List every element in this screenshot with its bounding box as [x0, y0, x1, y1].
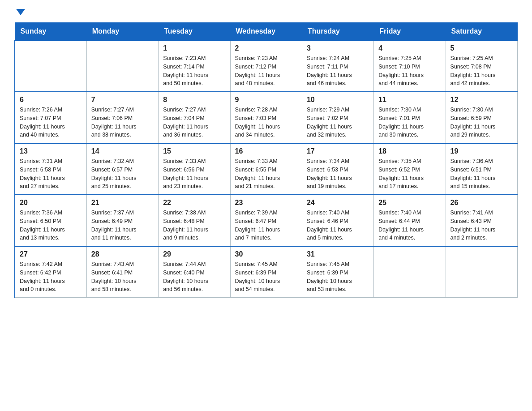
day-number: 28 — [91, 250, 154, 258]
header-sunday: Sunday — [15, 23, 86, 41]
day-info: Sunrise: 7:37 AMSunset: 6:49 PMDaylight:… — [91, 209, 154, 242]
calendar-cell: 11Sunrise: 7:30 AMSunset: 7:01 PMDayligh… — [374, 92, 446, 143]
calendar-cell: 7Sunrise: 7:27 AMSunset: 7:06 PMDaylight… — [86, 92, 158, 143]
day-info: Sunrise: 7:25 AMSunset: 7:08 PMDaylight:… — [450, 54, 513, 88]
day-info: Sunrise: 7:27 AMSunset: 7:06 PMDaylight:… — [91, 106, 154, 139]
calendar-cell: 29Sunrise: 7:44 AMSunset: 6:40 PMDayligh… — [159, 246, 230, 298]
day-number: 17 — [307, 147, 369, 155]
day-info: Sunrise: 7:26 AMSunset: 7:07 PMDaylight:… — [20, 106, 82, 139]
calendar-cell: 13Sunrise: 7:31 AMSunset: 6:58 PMDayligh… — [15, 143, 86, 195]
day-info: Sunrise: 7:30 AMSunset: 6:59 PMDaylight:… — [450, 106, 513, 139]
day-info: Sunrise: 7:36 AMSunset: 6:50 PMDaylight:… — [20, 209, 82, 242]
calendar-cell: 10Sunrise: 7:29 AMSunset: 7:02 PMDayligh… — [302, 92, 373, 143]
header-row: SundayMondayTuesdayWednesdayThursdayFrid… — [15, 23, 518, 41]
day-number: 23 — [235, 199, 297, 207]
day-info: Sunrise: 7:41 AMSunset: 6:43 PMDaylight:… — [450, 209, 513, 242]
day-number: 13 — [20, 147, 82, 155]
calendar-cell — [15, 40, 86, 92]
logo-arrow-icon — [16, 9, 25, 15]
day-number: 24 — [307, 199, 369, 207]
week-row-4: 20Sunrise: 7:36 AMSunset: 6:50 PMDayligh… — [15, 195, 518, 246]
day-info: Sunrise: 7:24 AMSunset: 7:11 PMDaylight:… — [307, 54, 369, 88]
header-thursday: Thursday — [302, 23, 373, 41]
calendar-cell: 14Sunrise: 7:32 AMSunset: 6:57 PMDayligh… — [86, 143, 158, 195]
calendar-cell — [446, 246, 517, 298]
day-info: Sunrise: 7:30 AMSunset: 7:01 PMDaylight:… — [378, 106, 441, 139]
day-number: 2 — [235, 44, 297, 52]
day-info: Sunrise: 7:33 AMSunset: 6:55 PMDaylight:… — [235, 157, 297, 191]
calendar-cell: 21Sunrise: 7:37 AMSunset: 6:49 PMDayligh… — [86, 195, 158, 246]
day-number: 27 — [20, 250, 82, 258]
day-number: 6 — [20, 96, 82, 104]
day-number: 25 — [378, 199, 441, 207]
day-info: Sunrise: 7:42 AMSunset: 6:42 PMDaylight:… — [20, 260, 82, 294]
calendar-cell: 9Sunrise: 7:28 AMSunset: 7:03 PMDaylight… — [230, 92, 302, 143]
calendar-cell: 23Sunrise: 7:39 AMSunset: 6:47 PMDayligh… — [230, 195, 302, 246]
day-info: Sunrise: 7:43 AMSunset: 6:41 PMDaylight:… — [91, 260, 154, 294]
calendar-cell: 12Sunrise: 7:30 AMSunset: 6:59 PMDayligh… — [446, 92, 517, 143]
day-info: Sunrise: 7:45 AMSunset: 6:39 PMDaylight:… — [235, 260, 297, 294]
day-number: 16 — [235, 147, 297, 155]
calendar-cell: 26Sunrise: 7:41 AMSunset: 6:43 PMDayligh… — [446, 195, 517, 246]
calendar-cell: 4Sunrise: 7:25 AMSunset: 7:10 PMDaylight… — [374, 40, 446, 92]
header-monday: Monday — [86, 23, 158, 41]
day-info: Sunrise: 7:34 AMSunset: 6:53 PMDaylight:… — [307, 157, 369, 191]
day-number: 20 — [20, 199, 82, 207]
calendar-cell: 30Sunrise: 7:45 AMSunset: 6:39 PMDayligh… — [230, 246, 302, 298]
calendar-cell: 25Sunrise: 7:40 AMSunset: 6:44 PMDayligh… — [374, 195, 446, 246]
calendar-table: SundayMondayTuesdayWednesdayThursdayFrid… — [14, 22, 518, 298]
day-info: Sunrise: 7:23 AMSunset: 7:12 PMDaylight:… — [235, 54, 297, 88]
day-info: Sunrise: 7:38 AMSunset: 6:48 PMDaylight:… — [163, 209, 225, 242]
day-info: Sunrise: 7:27 AMSunset: 7:04 PMDaylight:… — [163, 106, 225, 139]
day-number: 8 — [163, 96, 225, 104]
week-row-1: 1Sunrise: 7:23 AMSunset: 7:14 PMDaylight… — [15, 40, 518, 92]
day-info: Sunrise: 7:44 AMSunset: 6:40 PMDaylight:… — [163, 260, 225, 294]
week-row-2: 6Sunrise: 7:26 AMSunset: 7:07 PMDaylight… — [15, 92, 518, 143]
header-friday: Friday — [374, 23, 446, 41]
calendar-cell: 28Sunrise: 7:43 AMSunset: 6:41 PMDayligh… — [86, 246, 158, 298]
calendar-cell: 2Sunrise: 7:23 AMSunset: 7:12 PMDaylight… — [230, 40, 302, 92]
day-info: Sunrise: 7:28 AMSunset: 7:03 PMDaylight:… — [235, 106, 297, 139]
day-number: 31 — [307, 250, 369, 258]
calendar-cell: 22Sunrise: 7:38 AMSunset: 6:48 PMDayligh… — [159, 195, 230, 246]
calendar-cell: 20Sunrise: 7:36 AMSunset: 6:50 PMDayligh… — [15, 195, 86, 246]
calendar-cell: 6Sunrise: 7:26 AMSunset: 7:07 PMDaylight… — [15, 92, 86, 143]
calendar-cell — [86, 40, 158, 92]
day-number: 11 — [378, 96, 441, 104]
day-number: 22 — [163, 199, 225, 207]
day-number: 9 — [235, 96, 297, 104]
header-tuesday: Tuesday — [159, 23, 230, 41]
day-number: 3 — [307, 44, 369, 52]
day-number: 12 — [450, 96, 513, 104]
calendar-cell: 15Sunrise: 7:33 AMSunset: 6:56 PMDayligh… — [159, 143, 230, 195]
day-info: Sunrise: 7:39 AMSunset: 6:47 PMDaylight:… — [235, 209, 297, 242]
day-number: 18 — [378, 147, 441, 155]
day-number: 1 — [163, 44, 225, 52]
day-info: Sunrise: 7:25 AMSunset: 7:10 PMDaylight:… — [378, 54, 441, 88]
day-info: Sunrise: 7:33 AMSunset: 6:56 PMDaylight:… — [163, 157, 225, 191]
calendar-cell: 16Sunrise: 7:33 AMSunset: 6:55 PMDayligh… — [230, 143, 302, 195]
calendar-header: SundayMondayTuesdayWednesdayThursdayFrid… — [15, 23, 518, 41]
calendar-cell: 24Sunrise: 7:40 AMSunset: 6:46 PMDayligh… — [302, 195, 373, 246]
day-info: Sunrise: 7:32 AMSunset: 6:57 PMDaylight:… — [91, 157, 154, 191]
day-info: Sunrise: 7:40 AMSunset: 6:46 PMDaylight:… — [307, 209, 369, 242]
day-info: Sunrise: 7:23 AMSunset: 7:14 PMDaylight:… — [163, 54, 225, 88]
day-number: 30 — [235, 250, 297, 258]
calendar-cell: 19Sunrise: 7:36 AMSunset: 6:51 PMDayligh… — [446, 143, 517, 195]
day-number: 26 — [450, 199, 513, 207]
day-number: 7 — [91, 96, 154, 104]
page-header — [14, 11, 518, 17]
day-number: 14 — [91, 147, 154, 155]
day-info: Sunrise: 7:45 AMSunset: 6:39 PMDaylight:… — [307, 260, 369, 294]
day-number: 5 — [450, 44, 513, 52]
day-info: Sunrise: 7:36 AMSunset: 6:51 PMDaylight:… — [450, 157, 513, 191]
calendar-cell: 5Sunrise: 7:25 AMSunset: 7:08 PMDaylight… — [446, 40, 517, 92]
calendar-body: 1Sunrise: 7:23 AMSunset: 7:14 PMDaylight… — [15, 40, 518, 298]
calendar-cell: 27Sunrise: 7:42 AMSunset: 6:42 PMDayligh… — [15, 246, 86, 298]
day-info: Sunrise: 7:40 AMSunset: 6:44 PMDaylight:… — [378, 209, 441, 242]
calendar-cell: 8Sunrise: 7:27 AMSunset: 7:04 PMDaylight… — [159, 92, 230, 143]
day-info: Sunrise: 7:31 AMSunset: 6:58 PMDaylight:… — [20, 157, 82, 191]
week-row-3: 13Sunrise: 7:31 AMSunset: 6:58 PMDayligh… — [15, 143, 518, 195]
logo — [14, 11, 25, 17]
calendar-cell: 3Sunrise: 7:24 AMSunset: 7:11 PMDaylight… — [302, 40, 373, 92]
